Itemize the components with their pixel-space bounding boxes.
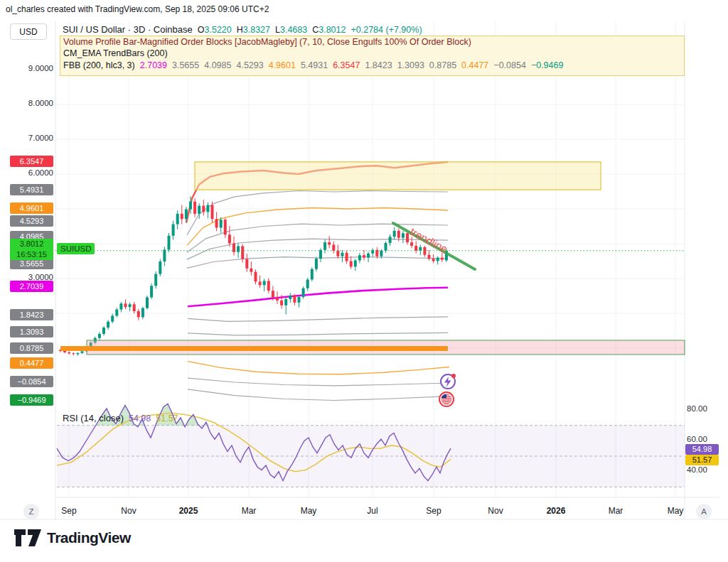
rsi-value: 54.98 <box>129 414 151 423</box>
fbb-values: 2.70393.56554.09854.52934.96015.49316.35… <box>140 60 564 70</box>
time-axis-label[interactable]: Sep <box>61 506 76 516</box>
symbol-price-flag: SUIUSD <box>57 243 95 254</box>
ohlc-item: C3.8012 <box>312 25 346 35</box>
bar-countdown: 16:53:15 <box>10 249 53 260</box>
price-axis-label: 9.0000 <box>10 64 53 72</box>
fbb-band-value: 4.0985 <box>204 60 231 70</box>
time-axis-label[interactable]: May <box>301 506 317 516</box>
tradingview-chart-window: ol_charles created with TradingView.com,… <box>0 0 728 562</box>
price-level-badge: 0.8785 <box>10 342 53 354</box>
chart-credit: ol_charles created with TradingView.com,… <box>6 4 269 14</box>
price-level-badge: 4.5293 <box>10 215 53 227</box>
time-axis-label[interactable]: Mar <box>609 506 623 516</box>
time-axis-label[interactable]: May <box>668 506 684 516</box>
symbol-legend[interactable]: SUI / US Dollar · 3D · Coinbase O3.5220H… <box>63 24 422 35</box>
price-level-badge: 0.4477 <box>10 357 53 369</box>
time-axis-label[interactable]: Sep <box>426 506 441 516</box>
fbb-band-value: 1.8423 <box>365 60 392 70</box>
rsi-label: RSI (14, close) <box>63 413 124 423</box>
ohlc-item: H3.8327 <box>237 25 270 35</box>
rsi-legend[interactable]: RSI (14, close) 54.98 51.57 <box>63 413 178 423</box>
ohlc-item: L3.4683 <box>275 25 307 35</box>
time-axis-label[interactable]: Nov <box>121 506 136 516</box>
time-axis-label[interactable]: 2025 <box>179 506 198 516</box>
indicator-volume-profile[interactable]: Volume Profile Bar-Magnified Order Block… <box>63 37 471 47</box>
fbb-band-value: 5.4931 <box>301 60 328 70</box>
rsi-axis-label: 40.00 <box>687 465 707 474</box>
indicator-cm-ema[interactable]: CM_EMA TrendBars (200) <box>63 48 168 58</box>
tradingview-logo-icon <box>14 529 41 547</box>
price-axis-label: 6.0000 <box>10 168 53 177</box>
price-level-badge: 6.3547 <box>10 156 53 167</box>
fbb-band-value: 0.4477 <box>461 60 488 70</box>
rsi-value-badge: 51.57 <box>685 455 719 465</box>
price-level-badge: 5.4931 <box>10 184 53 195</box>
rsi-ma-value: 51.57 <box>156 414 178 423</box>
tradingview-logo-text: TradingView <box>47 529 131 546</box>
rsi-value-badge: 54.98 <box>685 444 719 455</box>
timezone-button[interactable]: Z <box>23 504 39 519</box>
price-level-badge: 1.8423 <box>10 309 53 320</box>
tradingview-logo[interactable]: TradingView <box>14 529 131 547</box>
indicator-fbb[interactable]: FBB (200, hlc3, 3) 2.70393.56554.09854.5… <box>63 60 563 70</box>
fbb-band-value: 4.9601 <box>269 60 296 70</box>
fbb-band-value: 4.5293 <box>236 60 263 70</box>
time-axis-label[interactable]: 2026 <box>547 506 566 516</box>
fbb-band-value: 1.3093 <box>397 60 424 70</box>
current-price-badge: 3.8012 16:53:15 <box>10 239 53 260</box>
ohlc-values: O3.5220H3.8327L3.4683C3.8012 <box>198 25 346 35</box>
auto-scale-button[interactable]: A <box>696 504 712 519</box>
price-level-badge: 2.7039 <box>10 281 53 292</box>
currency-button[interactable]: USD <box>10 23 47 40</box>
fbb-band-value: −0.0854 <box>493 60 526 70</box>
change-value: +0.2784 (+7.90%) <box>350 25 422 35</box>
symbol-title[interactable]: SUI / US Dollar · 3D · Coinbase <box>63 24 193 35</box>
fbb-band-value: 0.8785 <box>429 60 456 70</box>
fbb-band-value: −0.9469 <box>531 60 564 70</box>
fbb-band-value: 3.5655 <box>172 60 199 70</box>
price-level-badge: 1.3093 <box>10 326 53 337</box>
chart-canvas[interactable] <box>0 0 728 562</box>
time-axis-label[interactable]: Jul <box>367 506 378 516</box>
price-axis-label: 8.0000 <box>10 99 53 107</box>
fbb-band-value: 6.3547 <box>333 60 360 70</box>
price-axis-label: 7.0000 <box>10 134 53 142</box>
fbb-band-value: 2.7039 <box>140 60 167 70</box>
time-axis-label[interactable]: Nov <box>488 506 503 516</box>
current-price: 3.8012 <box>10 239 53 249</box>
price-level-badge: −0.0854 <box>10 376 53 387</box>
time-axis-label[interactable]: Mar <box>242 506 257 516</box>
fbb-label: FBB (200, hlc3, 3) <box>63 60 135 70</box>
price-level-badge: −0.9469 <box>10 394 53 406</box>
rsi-axis-label: 60.00 <box>687 435 707 443</box>
price-level-badge: 4.9601 <box>10 202 53 214</box>
rsi-axis-label: 80.00 <box>687 404 707 413</box>
ohlc-item: O3.5220 <box>198 25 232 35</box>
